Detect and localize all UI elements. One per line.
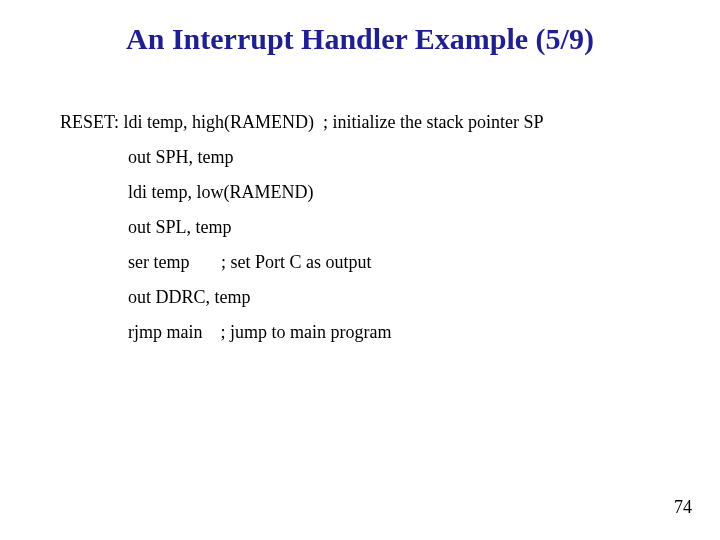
code-line-5: ser temp ; set Port C as output <box>60 252 660 273</box>
slide: An Interrupt Handler Example (5/9) RESET… <box>0 0 720 540</box>
page-number: 74 <box>674 497 692 518</box>
slide-title: An Interrupt Handler Example (5/9) <box>0 22 720 56</box>
code-text: ldi temp, high(RAMEND) ; initialize the … <box>124 112 544 132</box>
code-line-7: rjmp main ; jump to main program <box>60 322 660 343</box>
code-line-4: out SPL, temp <box>60 217 660 238</box>
code-line-3: ldi temp, low(RAMEND) <box>60 182 660 203</box>
code-line-1: RESET: ldi temp, high(RAMEND) ; initiali… <box>60 112 660 133</box>
code-line-6: out DDRC, temp <box>60 287 660 308</box>
code-line-2: out SPH, temp <box>60 147 660 168</box>
slide-body: RESET: ldi temp, high(RAMEND) ; initiali… <box>60 112 660 357</box>
reset-label: RESET: <box>60 112 124 133</box>
